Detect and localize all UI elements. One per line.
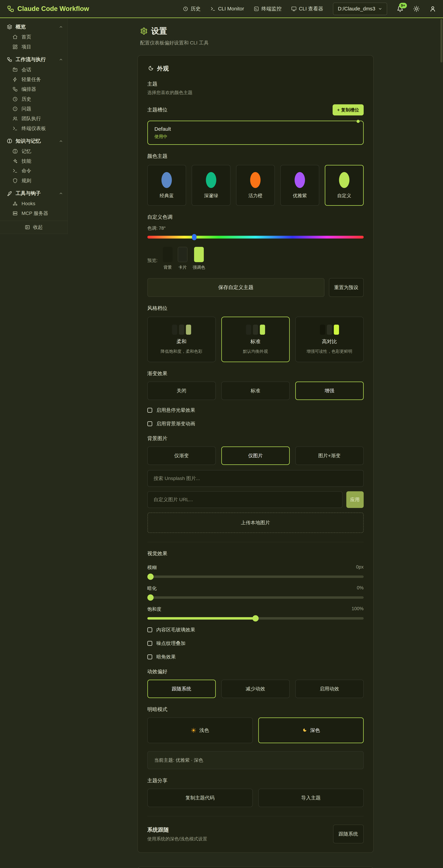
- bg-image-options: 仅渐变 仅图片 图片+渐变: [147, 446, 364, 465]
- saturation-value: 100%: [351, 606, 363, 612]
- checkbox[interactable]: [147, 641, 152, 646]
- theme-slots-label: 主题槽位: [147, 106, 167, 113]
- sidebar-item-history[interactable]: 历史: [2, 94, 66, 104]
- terminal-icon: [211, 6, 216, 11]
- system-follow-desc: 使用系统的深色/浅色模式设置: [147, 836, 207, 842]
- blur-slider-thumb[interactable]: [147, 574, 154, 580]
- bg-animation-checkbox[interactable]: 启用背景渐变动画: [147, 421, 364, 427]
- workflow-icon: [12, 87, 18, 92]
- palette-custom[interactable]: 自定义: [325, 165, 364, 206]
- sidebar-section-tools[interactable]: 工具与钩子: [0, 188, 67, 198]
- checkbox[interactable]: [147, 408, 152, 413]
- sidebar-item-orchestrator[interactable]: 编排器: [2, 84, 66, 94]
- motion-reduce[interactable]: 减少动效: [221, 680, 290, 698]
- gradient-label: 渐变效果: [147, 370, 364, 377]
- reset-preset-button[interactable]: 重置为预设: [329, 278, 364, 297]
- apply-url-button[interactable]: 应用: [346, 491, 364, 508]
- sidebar-item-light-tasks[interactable]: 轻量任务: [2, 75, 66, 84]
- follow-system-button[interactable]: 跟随系统: [333, 825, 364, 843]
- palette-classic-blue[interactable]: 经典蓝: [147, 165, 186, 206]
- sidebar-item-issues[interactable]: 问题: [2, 104, 66, 114]
- accent-color-swatch: [194, 247, 204, 262]
- page-subtitle: 配置仪表板偏好设置和 CLI 工具: [140, 39, 374, 46]
- noise-texture-checkbox[interactable]: 噪点纹理叠加: [147, 640, 364, 647]
- home-icon: [12, 34, 18, 39]
- mode-light[interactable]: 浅色: [147, 717, 253, 743]
- bg-image-gradient[interactable]: 图片+渐变: [295, 446, 364, 465]
- mode-dark[interactable]: 深色: [258, 717, 364, 743]
- sidebar-section-workflow[interactable]: 工作流与执行: [0, 54, 67, 65]
- sidebar-collapse-button[interactable]: 收起: [0, 221, 67, 234]
- card-swatch: [178, 247, 188, 262]
- sidebar-section-overview[interactable]: 概览: [0, 22, 67, 32]
- style-high-contrast[interactable]: 高对比 增强可读性，色彩更鲜明: [295, 317, 364, 362]
- brain-icon: [12, 149, 18, 154]
- sidebar-section-knowledge[interactable]: 知识与记忆: [0, 136, 67, 146]
- style-standard[interactable]: 标准 默认均衡外观: [221, 317, 290, 362]
- motion-enable[interactable]: 启用动效: [295, 680, 364, 698]
- sidebar-item-home[interactable]: 首页: [2, 32, 66, 42]
- saturation-slider-thumb[interactable]: [252, 615, 259, 621]
- sidebar-item-mcp-servers[interactable]: MCP 服务器: [2, 209, 66, 218]
- theme-slot-default[interactable]: Default 使用中: [147, 121, 364, 145]
- theme-toggle-sun-icon[interactable]: [413, 5, 420, 12]
- gradient-standard[interactable]: 标准: [221, 381, 290, 400]
- notifications-button[interactable]: 9+: [397, 5, 404, 12]
- moon-icon: [147, 65, 154, 72]
- style-soft[interactable]: 柔和 降低饱和度，柔和色彩: [147, 317, 216, 362]
- terminal-icon: [12, 126, 18, 131]
- user-icon[interactable]: [430, 5, 436, 12]
- nav-terminal-monitor[interactable]: 终端监控: [254, 5, 282, 12]
- preview-accent: 强调色: [193, 247, 205, 270]
- palette-deep-green[interactable]: 深邃绿: [192, 165, 230, 206]
- vignette-checkbox[interactable]: 暗角效果: [147, 654, 364, 660]
- upload-local-image-button[interactable]: 上传本地图片: [147, 513, 364, 533]
- save-custom-theme-button[interactable]: 保存自定义主题: [147, 278, 324, 297]
- nav-cli-monitor[interactable]: CLI Monitor: [211, 6, 244, 12]
- nav-cli-viewer[interactable]: CLI 查看器: [291, 5, 323, 12]
- copy-theme-code-button[interactable]: 复制主题代码: [147, 789, 253, 807]
- unsplash-search-input[interactable]: [147, 470, 364, 487]
- sidebar-item-skills[interactable]: 技能: [2, 156, 66, 166]
- hover-glow-checkbox[interactable]: 启用悬停光晕效果: [147, 407, 364, 413]
- gradient-enhanced[interactable]: 增强: [295, 381, 364, 400]
- sidebar-item-projects[interactable]: 项目: [2, 42, 66, 52]
- palette-vibrant-orange[interactable]: 活力橙: [236, 165, 275, 206]
- darken-slider[interactable]: [147, 596, 364, 599]
- saturation-slider-group: 饱和度 100%: [147, 606, 364, 620]
- sidebar-item-team-execution[interactable]: 团队执行: [2, 114, 66, 123]
- purple-swatch: [294, 172, 305, 188]
- palette-elegant-purple[interactable]: 优雅紫: [280, 165, 319, 206]
- page-title: 设置: [137, 26, 374, 36]
- hue-slider[interactable]: [147, 236, 364, 239]
- bg-gradient-only[interactable]: 仅渐变: [147, 446, 216, 465]
- nav-history[interactable]: 历史: [183, 5, 201, 12]
- sidebar-item-hooks[interactable]: Hooks: [2, 198, 66, 208]
- import-theme-button[interactable]: 导入主题: [258, 789, 364, 807]
- hue-slider-thumb[interactable]: [192, 234, 196, 240]
- custom-image-url-input[interactable]: [147, 491, 343, 508]
- bg-image-only[interactable]: 仅图片: [221, 446, 290, 465]
- checkbox[interactable]: [147, 654, 152, 659]
- checkbox[interactable]: [147, 627, 152, 632]
- sidebar-item-sessions[interactable]: 会话: [2, 65, 66, 75]
- checkbox[interactable]: [147, 421, 152, 426]
- preview-background: 背景: [163, 247, 172, 270]
- green-swatch: [206, 172, 216, 188]
- darken-slider-thumb[interactable]: [147, 594, 154, 601]
- saturation-slider[interactable]: [147, 617, 364, 620]
- blur-slider[interactable]: [147, 576, 364, 578]
- project-selector[interactable]: D:/Claude_dms3: [333, 3, 387, 15]
- sidebar-item-rules[interactable]: 规则: [2, 176, 66, 185]
- scrollbar-thumb[interactable]: [440, 19, 442, 62]
- motion-follow-system[interactable]: 跟随系统: [147, 680, 216, 698]
- sidebar-item-terminal-dashboard[interactable]: 终端仪表板: [2, 123, 66, 133]
- gradient-off[interactable]: 关闭: [147, 381, 216, 400]
- frosted-glass-checkbox[interactable]: 内容区毛玻璃效果: [147, 626, 364, 633]
- workflow-icon: [7, 57, 12, 62]
- system-follow-title: 系统跟随: [147, 826, 207, 833]
- sidebar-item-memory[interactable]: 记忆: [2, 146, 66, 156]
- sidebar-item-commands[interactable]: 命令: [2, 166, 66, 176]
- copy-slot-button[interactable]: + 复制槽位: [333, 104, 363, 116]
- theme-label: 主题: [147, 81, 364, 88]
